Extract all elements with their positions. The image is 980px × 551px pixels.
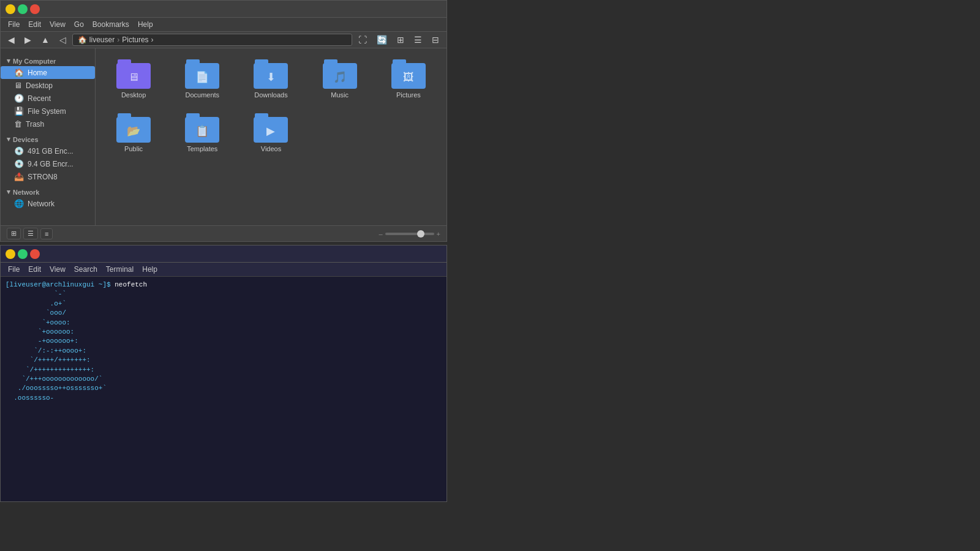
refresh-button[interactable]: 🔄 bbox=[373, 34, 391, 46]
maximize-button[interactable]: □ bbox=[18, 4, 28, 14]
zoom-minus[interactable]: – bbox=[379, 230, 382, 238]
folder-icon-pictures: 🖼 bbox=[391, 59, 426, 89]
compact-view-btn[interactable]: ☰ bbox=[23, 228, 38, 239]
menu-bookmarks[interactable]: Bookmarks bbox=[89, 19, 133, 30]
zoom-handle bbox=[417, 230, 424, 238]
terminal-window-controls: – □ ✕ bbox=[6, 249, 40, 259]
my-computer-section: ▾ My Computer 🏠 Home 🖥 Desktop 🕐 Recent … bbox=[1, 53, 95, 132]
trash-icon: 🗑 bbox=[14, 119, 22, 129]
home-path-icon: 🏠 bbox=[78, 36, 87, 44]
folder-music[interactable]: 🎵 Music bbox=[308, 54, 372, 103]
sidebar-item-home[interactable]: 🏠 Home bbox=[1, 66, 95, 79]
path-pictures: Pictures bbox=[122, 36, 148, 44]
sidebar-item-stron8[interactable]: 📤 STRON8 bbox=[1, 170, 95, 183]
terminal-menu-bar: File Edit View Search Terminal Help bbox=[1, 263, 447, 277]
sidebar-item-desktop[interactable]: 🖥 Desktop bbox=[1, 79, 95, 92]
filesystem-icon: 💾 bbox=[14, 107, 24, 116]
terminal-menu-view[interactable]: View bbox=[46, 264, 69, 275]
home-icon: 🏠 bbox=[14, 68, 24, 77]
folder-icon-desktop: 🖥 bbox=[116, 59, 151, 89]
desktop-icon: 🖥 bbox=[14, 81, 22, 90]
menu-go[interactable]: Go bbox=[70, 19, 88, 30]
up-button[interactable]: ▲ bbox=[37, 34, 53, 46]
zoom-plus[interactable]: + bbox=[437, 230, 440, 238]
terminal-close[interactable]: ✕ bbox=[30, 249, 40, 259]
disk-icon-1: 💿 bbox=[14, 146, 24, 156]
terminal-menu-file[interactable]: File bbox=[4, 264, 23, 275]
menu-view[interactable]: View bbox=[46, 19, 69, 30]
folder-icon-music: 🎵 bbox=[323, 59, 357, 89]
path-chevron: › bbox=[151, 36, 154, 44]
devices-heading[interactable]: ▾ Devices bbox=[1, 133, 95, 144]
terminal-menu-edit[interactable]: Edit bbox=[24, 264, 45, 275]
folder-desktop[interactable]: 🖥 Desktop bbox=[102, 54, 165, 103]
zoom-control: – + bbox=[379, 230, 440, 238]
menu-help[interactable]: Help bbox=[134, 19, 157, 30]
prev-button[interactable]: ◁ bbox=[56, 34, 70, 46]
disk-icon-2: 💿 bbox=[14, 159, 24, 168]
sidebar-item-trash[interactable]: 🗑 Trash bbox=[1, 118, 95, 130]
folder-icon-templates: 📋 bbox=[185, 113, 219, 143]
folder-pictures[interactable]: 🖼 Pictures bbox=[377, 54, 440, 103]
sidebar-item-recent[interactable]: 🕐 Recent bbox=[1, 92, 95, 105]
terminal-minimize[interactable]: – bbox=[6, 249, 15, 259]
network-icon: 🌐 bbox=[14, 199, 24, 208]
folder-downloads[interactable]: ⬇ Downloads bbox=[239, 54, 303, 103]
forward-button[interactable]: ▶ bbox=[21, 34, 35, 46]
terminal-titlebar: – □ ✕ bbox=[1, 246, 447, 263]
terminal-maximize[interactable]: □ bbox=[18, 249, 28, 259]
devices-section: ▾ Devices 💿 491 GB Enc... 💿 9.4 GB Encr.… bbox=[1, 132, 95, 184]
terminal-body[interactable]: [liveuser@archlinuxgui ~]$ neofetch `-` … bbox=[1, 277, 447, 501]
sidebar-item-491gb[interactable]: 💿 491 GB Enc... bbox=[1, 144, 95, 157]
file-toolbar: ◀ ▶ ▲ ◁ 🏠 liveuser › Pictures › ⛶ 🔄 ⊞ ☰ … bbox=[1, 32, 447, 48]
folder-videos[interactable]: ▶ Videos bbox=[239, 108, 303, 157]
zoom-slider[interactable] bbox=[385, 233, 434, 235]
path-home: liveuser bbox=[89, 36, 115, 44]
search-toggle[interactable]: ⛶ bbox=[355, 34, 371, 46]
folder-icon-videos: ▶ bbox=[254, 113, 288, 143]
back-button[interactable]: ◀ bbox=[4, 34, 18, 46]
file-manager-window: – □ ✕ File Edit View Go Bookmarks Help ◀… bbox=[0, 0, 447, 242]
folder-templates[interactable]: 📋 Templates bbox=[170, 108, 234, 157]
network-heading[interactable]: ▾ Network bbox=[1, 186, 95, 197]
terminal-menu-help[interactable]: Help bbox=[138, 264, 161, 275]
minimize-button[interactable]: – bbox=[6, 4, 15, 14]
terminal-ascii-art: [liveuser@archlinuxgui ~]$ neofetch `-` … bbox=[1, 277, 447, 501]
menu-edit[interactable]: Edit bbox=[24, 19, 45, 30]
sidebar-item-network[interactable]: 🌐 Network bbox=[1, 197, 95, 210]
terminal-menu-terminal[interactable]: Terminal bbox=[102, 264, 137, 275]
file-status-bar: ⊞ ☰ ≡ – + bbox=[1, 225, 447, 241]
sidebar-item-filesystem[interactable]: 💾 File System bbox=[1, 105, 95, 118]
list-view-btn2[interactable]: ≡ bbox=[40, 228, 53, 239]
folder-icon-downloads: ⬇ bbox=[254, 59, 288, 89]
folder-icon-public: 📂 bbox=[116, 113, 151, 143]
path-bar: 🏠 liveuser › Pictures › bbox=[72, 34, 352, 46]
folder-public[interactable]: 📂 Public bbox=[102, 108, 165, 157]
recent-icon: 🕐 bbox=[14, 94, 24, 103]
window-controls: – □ ✕ bbox=[6, 4, 40, 14]
folder-documents[interactable]: 📄 Documents bbox=[170, 54, 234, 103]
terminal-menu-search[interactable]: Search bbox=[70, 264, 101, 275]
view-options-button[interactable]: ⊟ bbox=[428, 34, 443, 46]
view-toggle: ⊞ ☰ ≡ bbox=[7, 228, 53, 239]
file-menu-bar: File Edit View Go Bookmarks Help bbox=[1, 18, 447, 32]
file-grid: 🖥 Desktop 📄 Documents bbox=[102, 54, 440, 157]
network-section: ▾ Network 🌐 Network bbox=[1, 184, 95, 211]
icon-view-btn[interactable]: ⊞ bbox=[7, 228, 21, 239]
file-body: ▾ My Computer 🏠 Home 🖥 Desktop 🕐 Recent … bbox=[1, 48, 447, 225]
eject-icon: 📤 bbox=[14, 172, 24, 181]
close-button[interactable]: ✕ bbox=[30, 4, 40, 14]
folder-icon-documents: 📄 bbox=[185, 59, 219, 89]
grid-view-button[interactable]: ⊞ bbox=[393, 34, 408, 46]
sidebar-item-9gb[interactable]: 💿 9.4 GB Encr... bbox=[1, 157, 95, 170]
menu-file[interactable]: File bbox=[4, 19, 23, 30]
list-view-button[interactable]: ☰ bbox=[410, 34, 426, 46]
file-content: 🖥 Desktop 📄 Documents bbox=[96, 48, 447, 225]
sidebar: ▾ My Computer 🏠 Home 🖥 Desktop 🕐 Recent … bbox=[1, 48, 96, 225]
file-manager-titlebar: – □ ✕ bbox=[1, 1, 447, 18]
my-computer-heading[interactable]: ▾ My Computer bbox=[1, 54, 95, 66]
terminal-window: – □ ✕ File Edit View Search Terminal Hel… bbox=[0, 245, 447, 502]
